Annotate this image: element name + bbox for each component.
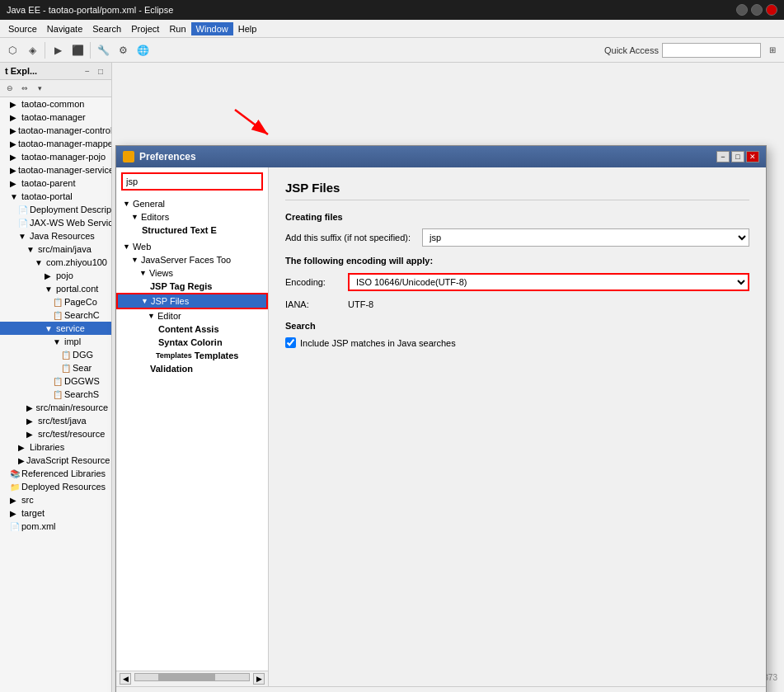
dtree-jsp-files[interactable]: ▼ JSP Files (116, 293, 268, 309)
panel-maximize-btn[interactable]: □ (95, 65, 106, 77)
deploy-icon: 📁 (10, 483, 20, 492)
dtree-syntax-coloring[interactable]: Syntax Colorin (116, 336, 268, 349)
folder-icon: ▶ (18, 456, 25, 465)
class-icon: 📋 (53, 298, 63, 307)
folder-icon: ▶ (26, 430, 36, 439)
menu-help[interactable]: Help (233, 22, 262, 35)
menu-bar: Source Navigate Search Project Run Windo… (0, 20, 784, 38)
tree-item-deployment[interactable]: 📄 Deployment Descript (0, 203, 111, 216)
tree-item-dggws[interactable]: 📋 DGGWS (0, 374, 111, 388)
tree-menu-btn[interactable]: ▾ (33, 82, 46, 95)
scroll-right-btn[interactable]: ▶ (253, 673, 265, 685)
tree-item-src-test-java[interactable]: ▶ src/test/java (0, 414, 111, 427)
panel-minimize-btn[interactable]: − (82, 65, 93, 77)
tree-item-portal[interactable]: ▼ taotao-portal (0, 190, 111, 203)
tree-item-src-main-resources[interactable]: ▶ src/main/resource (0, 401, 111, 414)
include-jsp-checkbox[interactable] (285, 337, 296, 348)
tree-item-manager-mappe[interactable]: ▶ taotao-manager-mappe (0, 137, 111, 150)
tree-item-portal-cont[interactable]: ▼ portal.cont (0, 282, 111, 295)
tree-item-referenced-libraries[interactable]: 📚 Referenced Libraries (0, 467, 111, 480)
dtree-general[interactable]: ▼ General (116, 197, 268, 210)
close-btn[interactable] (766, 4, 777, 16)
perspective-btn[interactable]: ⊞ (764, 42, 781, 59)
tree-collapse-btn[interactable]: ⊖ (3, 82, 16, 95)
tree-item-deployed-resources[interactable]: 📁 Deployed Resources (0, 480, 111, 493)
menu-run[interactable]: Run (164, 22, 190, 35)
tree-item-taotao-manager[interactable]: ▶ taotao-manager (0, 111, 111, 124)
dtree-validation[interactable]: Validation (116, 362, 268, 375)
dtree-jsf-tools[interactable]: ▼ JavaServer Faces Too (116, 253, 268, 266)
dtree-templates[interactable]: Templates Templates (116, 349, 268, 362)
tree-link-btn[interactable]: ⇔ (18, 82, 31, 95)
tree-item-searchc[interactable]: 📋 SearchC (0, 308, 111, 322)
dtree-jsp-tag-regis[interactable]: JSP Tag Regis (116, 280, 268, 293)
class-icon: 📋 (61, 351, 71, 360)
dtree-structured-text[interactable]: Structured Text E (116, 224, 268, 237)
tree-item-com-zhiyou[interactable]: ▼ com.zhiyou100 (0, 256, 111, 269)
window-title: Java EE - taotao-portal/pom.xml - Eclips… (7, 5, 173, 15)
toolbar-btn-1[interactable]: ⬡ (3, 41, 21, 59)
dialog-close-btn[interactable]: ✕ (746, 151, 759, 162)
tree-item-src[interactable]: ▶ src (0, 493, 111, 506)
package-icon: ▼ (45, 285, 54, 294)
toolbar-btn-3[interactable]: ▶ (49, 41, 67, 59)
menu-navigate[interactable]: Navigate (42, 22, 87, 35)
preferences-search-input[interactable] (121, 172, 263, 191)
scroll-left-btn[interactable]: ◀ (120, 673, 131, 685)
tree-item-dgg[interactable]: 📋 DGG (0, 348, 111, 361)
tree-item-js-resources[interactable]: ▶ JavaScript Resource (0, 454, 111, 467)
iana-label: IANA: (285, 299, 343, 309)
encoding-select[interactable]: ISO 10646/Unicode(UTF-8) (348, 273, 749, 291)
quick-access-label: Quick Access (604, 45, 659, 55)
tree-item-java-resources[interactable]: ▼ Java Resources (0, 229, 111, 242)
tree-item-pom[interactable]: 📄 pom.xml (0, 520, 111, 533)
toolbar-btn-6[interactable]: ⚙ (114, 41, 132, 59)
toolbar-btn-2[interactable]: ◈ (23, 41, 41, 59)
tree-item-pojo[interactable]: ▶ pojo (0, 269, 111, 282)
tree-item-src-main-java[interactable]: ▼ src/main/java (0, 242, 111, 256)
dtree-editor[interactable]: ▼ Editor (116, 309, 268, 322)
project-icon: ▶ (10, 139, 16, 148)
folder-icon: ▶ (26, 417, 36, 426)
project-explorer-panel: t Expl... − □ ⊖ ⇔ ▾ ▶ taotao-common ▶ (0, 63, 112, 692)
minimize-btn[interactable] (736, 4, 748, 16)
tree-item-libraries[interactable]: ▶ Libraries (0, 440, 111, 454)
menu-project[interactable]: Project (126, 22, 164, 35)
tree-item-impl[interactable]: ▼ impl (0, 335, 111, 348)
maximize-btn[interactable] (751, 4, 763, 16)
dialog-minimize-btn[interactable]: − (716, 151, 730, 162)
dtree-content-assist[interactable]: Content Assis (116, 322, 268, 336)
tree-item-searchs[interactable]: 📋 SearchS (0, 388, 111, 401)
dtree-web[interactable]: ▼ Web (116, 240, 268, 253)
expand-arrow: ▼ (131, 256, 138, 264)
dialog-title: Preferences (139, 151, 196, 162)
tree-item-taotao-common[interactable]: ▶ taotao-common (0, 97, 111, 111)
toolbar-btn-4[interactable]: ⬛ (68, 41, 87, 59)
tree-item-manager-service[interactable]: ▶ taotao-manager-service (0, 163, 111, 177)
tree-item-manager-control[interactable]: ▶ taotao-manager-control (0, 124, 111, 137)
suffix-select[interactable]: jsp (422, 228, 749, 247)
tree-item-src-test-resources[interactable]: ▶ src/test/resource (0, 427, 111, 440)
folder-icon: ▼ (26, 245, 36, 254)
tree-item-pageco[interactable]: 📋 PageCo (0, 295, 111, 308)
dtree-editors[interactable]: ▼ Editors (116, 210, 268, 224)
page-title: JSP Files (285, 181, 749, 200)
tree-item-sear[interactable]: 📋 Sear (0, 361, 111, 374)
expand-arrow: ▼ (123, 242, 130, 251)
tree-item-jax-ws[interactable]: 📄 JAX-WS Web Service (0, 216, 111, 229)
tree-item-parent[interactable]: ▶ taotao-parent (0, 177, 111, 190)
toolbar-btn-7[interactable]: 🌐 (134, 41, 152, 59)
dialog-maximize-btn[interactable]: □ (731, 151, 744, 162)
tree-item-service[interactable]: ▼ service (0, 322, 111, 335)
folder-icon: ▶ (26, 403, 35, 412)
toolbar-btn-5[interactable]: 🔧 (94, 41, 112, 59)
project-icon: ▶ (10, 113, 20, 122)
menu-window[interactable]: Window (191, 22, 233, 35)
quick-access-input[interactable] (662, 43, 761, 58)
dtree-views[interactable]: ▼ Views (116, 266, 268, 280)
tree-item-manager-pojo[interactable]: ▶ taotao-manager-pojo (0, 150, 111, 163)
deployment-icon: 📄 (18, 205, 28, 214)
tree-item-target[interactable]: ▶ target (0, 506, 111, 520)
menu-source[interactable]: Source (3, 22, 42, 35)
menu-search[interactable]: Search (87, 22, 126, 35)
